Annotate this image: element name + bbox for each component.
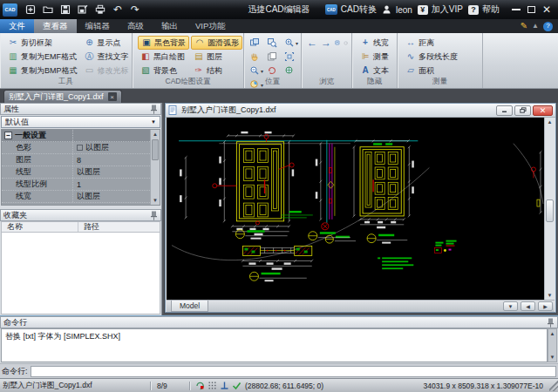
zoom-window-button[interactable]	[267, 36, 284, 50]
tab-vip-features[interactable]: VIP功能	[187, 19, 234, 33]
feedback-pen-icon[interactable]: ✎	[521, 22, 527, 30]
drawing-window-titlebar[interactable]: 别墅入户门详图_Copy1.dxf ✕	[166, 104, 555, 118]
tab-file[interactable]: 文件	[0, 19, 34, 33]
text-toggle-button[interactable]: A文本	[357, 64, 393, 78]
help-round-icon[interactable]: ?	[543, 22, 553, 31]
tab-editor[interactable]: 编辑器	[77, 19, 119, 33]
cut-frame-button[interactable]: ✂剪切框架	[5, 36, 80, 50]
structure-button[interactable]: ✑结构	[191, 64, 242, 78]
favorites-list[interactable]	[1, 233, 160, 314]
copy-view-button[interactable]	[267, 50, 284, 64]
ribbon-group-hide: +线宽 ⊫测量 A文本 隐藏	[352, 33, 398, 88]
scrollbar-thumb[interactable]	[152, 139, 159, 160]
refresh-view-button[interactable]	[344, 38, 348, 48]
measure-distance-button[interactable]: ↔距离	[403, 36, 479, 50]
canvas-vertical-scrollbar[interactable]: ▲ ▼	[544, 118, 555, 300]
undo-button[interactable]: ↶	[109, 3, 126, 17]
command-log-scrollbar[interactable]: ▲ ▼	[548, 328, 557, 362]
rotate-view-button[interactable]	[267, 64, 284, 78]
scroll-up-icon[interactable]: ▲	[545, 118, 555, 126]
layers-button[interactable]: ▤图层	[191, 50, 242, 64]
tab-advanced[interactable]: 高级	[119, 19, 153, 33]
child-restore-button[interactable]	[514, 105, 531, 116]
user-account-button[interactable]: leon	[382, 4, 412, 15]
property-row[interactable]: 线宽 以图层	[2, 191, 150, 203]
lineweight-toggle-button[interactable]: +线宽	[357, 36, 393, 50]
scroll-down-icon[interactable]: ▼	[548, 353, 556, 362]
measure-toggle-button[interactable]: ⊫测量	[357, 50, 393, 64]
join-vip-button[interactable]: ¥ 加入VIP	[418, 3, 463, 16]
zoom-out-button[interactable]: ▾	[249, 64, 267, 78]
show-points-button[interactable]: ⊕显示点	[82, 36, 132, 50]
ribbon-group-label: 工具	[0, 77, 132, 87]
scroll-down-icon[interactable]: ▼	[151, 196, 160, 205]
open-file-button[interactable]	[39, 3, 57, 17]
new-file-button[interactable]	[22, 3, 39, 17]
collapse-ribbon-icon[interactable]: ▲	[532, 23, 539, 30]
next-view-button[interactable]: →	[321, 37, 331, 49]
tab-viewer[interactable]: 查看器	[34, 19, 77, 33]
child-minimize-button[interactable]	[496, 105, 513, 116]
document-tab[interactable]: 别墅入户门详图_Copy1.dxf ×	[3, 90, 122, 103]
child-close-button[interactable]: ✕	[533, 105, 553, 116]
close-button[interactable]: ✕	[542, 4, 551, 15]
zoom-globe-button[interactable]	[284, 64, 302, 78]
scroll-right-button[interactable]: ▶	[538, 301, 553, 311]
measure-polyline-length-button[interactable]: ∿多段线长度	[403, 50, 479, 64]
column-header-path[interactable]: 路径	[78, 222, 160, 232]
cad-convert-button[interactable]: CAD CAD转换	[325, 3, 377, 16]
property-row[interactable]: 色彩 以图层	[2, 142, 150, 154]
background-color-button[interactable]: ▧背景色	[138, 64, 189, 78]
property-group-row[interactable]: −一般设置	[2, 130, 150, 142]
pan-button[interactable]	[249, 50, 267, 64]
command-input[interactable]	[31, 366, 556, 377]
smooth-arc-button[interactable]: ◠圆滑弧形	[191, 36, 242, 50]
save-as-button[interactable]	[74, 3, 92, 17]
layout-list-dropdown-button[interactable]: ▼	[503, 301, 518, 311]
column-header-name[interactable]: 名称	[2, 222, 78, 232]
property-row[interactable]: 图层 8	[2, 154, 150, 166]
ortho-toggle[interactable]	[218, 381, 230, 391]
property-row[interactable]: 线型比例 1	[2, 179, 150, 191]
properties-panel-header: 属性	[0, 103, 161, 115]
zoom-in-button[interactable]: ▾	[284, 36, 302, 50]
copy-as-bmp-button[interactable]: ▦复制为BMP格式	[5, 64, 80, 78]
maximize-button[interactable]	[527, 6, 535, 13]
property-grid-scrollbar[interactable]: ▲ ▼	[150, 130, 160, 205]
previous-view-button[interactable]: ←	[307, 37, 317, 49]
drawing-canvas[interactable]	[167, 118, 544, 300]
pin-icon[interactable]	[150, 211, 158, 220]
pointer-snap-toggle[interactable]	[230, 381, 242, 391]
redo-button[interactable]: ↷	[126, 3, 144, 17]
zoom-previous-button[interactable]	[249, 36, 267, 50]
saved-view-button[interactable]	[335, 37, 340, 48]
scroll-down-icon[interactable]: ▼	[545, 291, 555, 300]
copy-as-emf-button[interactable]: ▥复制为EMF格式	[5, 50, 80, 64]
property-row[interactable]: 线型 以图层	[2, 166, 150, 179]
tab-output[interactable]: 输出	[153, 19, 187, 33]
find-text-button[interactable]: Ⓐ查找文字	[82, 50, 132, 64]
properties-preset-dropdown[interactable]: 默认值 ▼	[1, 116, 160, 128]
bw-drawing-button[interactable]: ◧黑白绘图	[138, 50, 189, 64]
pin-icon[interactable]	[547, 318, 555, 328]
scroll-up-icon[interactable]: ▲	[151, 130, 160, 139]
scroll-left-button[interactable]: ◀	[521, 301, 535, 311]
scroll-up-icon[interactable]: ▲	[548, 329, 556, 338]
dropdown-arrow-icon: ▾	[261, 68, 263, 74]
scrollbar-thumb[interactable]	[546, 199, 554, 222]
save-button[interactable]	[57, 3, 74, 17]
grid-toggle[interactable]	[206, 381, 218, 391]
minimize-button[interactable]	[512, 9, 521, 10]
resize-grip[interactable]	[549, 381, 558, 391]
osnap-toggle[interactable]	[194, 381, 206, 391]
pin-icon[interactable]	[150, 105, 158, 114]
print-button[interactable]	[92, 3, 109, 17]
document-tab-close-icon[interactable]: ×	[108, 92, 117, 101]
black-background-button[interactable]: ▣黑色背景	[138, 36, 189, 50]
command-log[interactable]: 替换 [txt] 字体为 [SIMPLEX.SHX]	[1, 328, 548, 362]
collapse-minus-icon[interactable]: −	[4, 132, 12, 139]
measure-area-button[interactable]: ▱面积	[403, 64, 479, 78]
help-button[interactable]: ? 帮助	[468, 3, 500, 16]
model-tab[interactable]: Model	[171, 301, 208, 312]
zoom-extents-button[interactable]	[284, 50, 302, 64]
